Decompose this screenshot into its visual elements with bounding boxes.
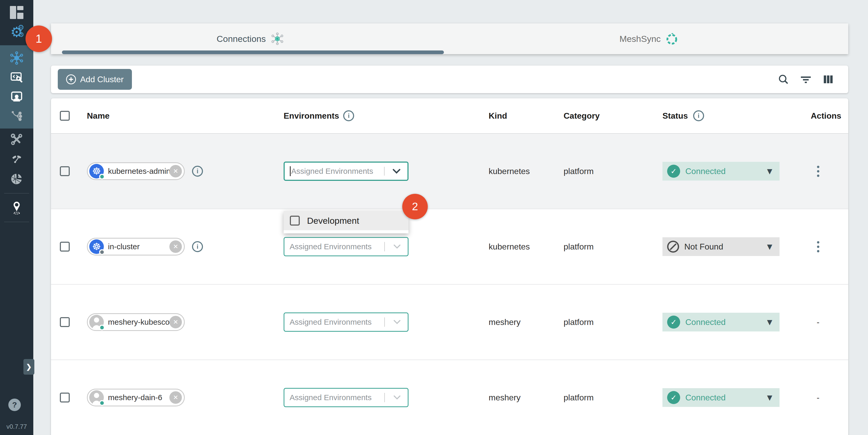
connection-chip[interactable]: ☸ in-cluster ✕ bbox=[87, 238, 185, 255]
tab-meshsync[interactable]: MeshSync bbox=[450, 23, 848, 54]
table-row: meshery-dain-6 ✕ Assigned Environments m… bbox=[51, 360, 848, 435]
row-checkbox[interactable] bbox=[60, 166, 70, 176]
connection-status-dot bbox=[99, 249, 105, 255]
sidebar-item-remote-sessions[interactable] bbox=[0, 87, 33, 106]
select-divider bbox=[384, 167, 384, 176]
sidebar-item-performance[interactable] bbox=[0, 149, 33, 169]
header-environments: Environments bbox=[284, 111, 339, 121]
dashboard-icon bbox=[10, 6, 23, 19]
row-checkbox[interactable] bbox=[60, 393, 70, 402]
search-button[interactable] bbox=[777, 73, 789, 85]
annotation-step-1: 1 bbox=[26, 26, 52, 52]
status-label: Connected bbox=[685, 166, 726, 176]
environments-placeholder: Assigned Environments bbox=[289, 242, 372, 251]
category-value: platform bbox=[564, 242, 594, 251]
status-badge[interactable]: ✓ Connected ▼ bbox=[662, 313, 779, 332]
tab-connections[interactable]: Connections bbox=[51, 23, 450, 54]
gear-small-icon: ⚙ bbox=[18, 24, 24, 31]
sidebar-collapse-button[interactable]: ❯ bbox=[23, 359, 34, 375]
text-cursor bbox=[290, 166, 291, 176]
select-divider bbox=[384, 242, 385, 251]
meshsync-icon bbox=[665, 32, 678, 45]
environments-select[interactable]: Assigned Environments bbox=[284, 161, 408, 181]
status-caret-icon: ▼ bbox=[767, 318, 772, 326]
select-chevron-icon[interactable] bbox=[393, 395, 401, 400]
status-caret-icon: ▼ bbox=[767, 394, 772, 401]
category-value: platform bbox=[564, 393, 594, 402]
gauge-icon bbox=[9, 152, 24, 166]
code-wrench-icon bbox=[10, 70, 24, 84]
option-checkbox[interactable] bbox=[290, 216, 300, 225]
header-name: Name bbox=[87, 111, 110, 121]
filter-button[interactable] bbox=[800, 73, 812, 85]
connection-chip[interactable]: meshery-dain-6 ✕ bbox=[87, 389, 185, 406]
mesh-graph-icon bbox=[10, 109, 24, 123]
remove-connection-icon[interactable]: ✕ bbox=[169, 240, 182, 253]
add-cluster-button[interactable]: Add Cluster bbox=[58, 69, 132, 90]
environments-select[interactable]: Assigned Environments bbox=[284, 388, 408, 407]
header-category: Category bbox=[564, 111, 600, 120]
sidebar: ⚙ ⚙ ⚙ ▾ bbox=[0, 0, 33, 435]
remove-connection-icon[interactable]: ✕ bbox=[169, 391, 182, 404]
status-badge[interactable]: ✓ Connected ▼ bbox=[662, 388, 779, 407]
select-chevron-icon[interactable] bbox=[392, 168, 401, 174]
row-checkbox[interactable] bbox=[60, 317, 70, 327]
environments-info-icon[interactable]: i bbox=[343, 110, 354, 121]
check-circle-icon: ✓ bbox=[667, 316, 680, 329]
ban-icon bbox=[667, 241, 679, 253]
add-cluster-label: Add Cluster bbox=[80, 75, 124, 84]
sidebar-item-adapters[interactable] bbox=[0, 68, 33, 87]
actions-empty: - bbox=[817, 317, 819, 327]
active-tab-indicator[interactable] bbox=[62, 51, 444, 54]
table-row: ☸ in-cluster ✕ i Assigned Environments k… bbox=[51, 209, 848, 285]
row-actions-menu-button[interactable] bbox=[817, 166, 819, 177]
select-chevron-icon[interactable] bbox=[393, 320, 401, 324]
status-badge[interactable]: Not Found ▼ bbox=[662, 237, 779, 256]
status-badge[interactable]: ✓ Connected ▼ bbox=[662, 162, 779, 181]
select-divider bbox=[384, 317, 385, 327]
tab-connections-label: Connections bbox=[216, 34, 266, 44]
sidebar-item-meshery-cloud[interactable] bbox=[0, 169, 33, 189]
connection-info-icon[interactable]: i bbox=[192, 241, 203, 252]
dropdown-option-development[interactable]: Development bbox=[284, 211, 408, 230]
connection-chip[interactable]: ☸ kubernetes-admin... ✕ bbox=[87, 162, 185, 180]
select-chevron-icon[interactable] bbox=[393, 244, 401, 249]
status-label: Not Found bbox=[684, 242, 723, 252]
row-checkbox[interactable] bbox=[60, 242, 70, 252]
person-screen-icon bbox=[10, 90, 24, 103]
sidebar-item-configuration[interactable] bbox=[0, 130, 33, 149]
status-label: Connected bbox=[685, 393, 726, 402]
remove-connection-icon[interactable]: ✕ bbox=[169, 316, 182, 328]
environments-placeholder: Assigned Environments bbox=[289, 393, 372, 402]
connection-status-dot bbox=[99, 174, 105, 180]
sidebar-divider bbox=[4, 222, 29, 222]
connection-chip[interactable]: meshery-kubescop... ✕ bbox=[87, 313, 185, 331]
environments-select[interactable]: Assigned Environments bbox=[284, 237, 408, 256]
check-circle-icon: ✓ bbox=[667, 391, 680, 404]
select-divider bbox=[384, 393, 385, 402]
select-all-checkbox[interactable] bbox=[60, 111, 70, 121]
remove-connection-icon[interactable]: ✕ bbox=[169, 165, 182, 178]
environments-placeholder: Assigned Environments bbox=[291, 167, 373, 176]
status-info-icon[interactable]: i bbox=[693, 110, 704, 121]
connection-name: meshery-dain-6 bbox=[104, 393, 169, 402]
gear-small-icon-2: ⚙ bbox=[18, 31, 24, 38]
connection-info-icon[interactable]: i bbox=[192, 166, 203, 177]
option-label: Development bbox=[307, 216, 359, 226]
status-caret-icon: ▼ bbox=[767, 167, 772, 175]
sidebar-item-connections[interactable] bbox=[0, 49, 33, 68]
sidebar-divider bbox=[4, 193, 29, 193]
columns-icon bbox=[822, 73, 834, 85]
help-button[interactable]: ? bbox=[8, 399, 21, 411]
table-row: meshery-kubescop... ✕ Assigned Environme… bbox=[51, 285, 848, 360]
view-columns-button[interactable] bbox=[822, 73, 834, 85]
plus-icon bbox=[66, 74, 76, 84]
header-status: Status bbox=[662, 111, 688, 121]
connection-name: in-cluster bbox=[104, 242, 169, 251]
tab-meshsync-label: MeshSync bbox=[620, 34, 661, 44]
sidebar-item-location[interactable] bbox=[0, 198, 33, 218]
sidebar-item-service-mesh[interactable] bbox=[0, 106, 33, 125]
environments-select[interactable]: Assigned Environments bbox=[284, 312, 408, 332]
row-actions-menu-button[interactable] bbox=[817, 241, 819, 252]
sidebar-item-dashboard[interactable] bbox=[0, 3, 33, 22]
